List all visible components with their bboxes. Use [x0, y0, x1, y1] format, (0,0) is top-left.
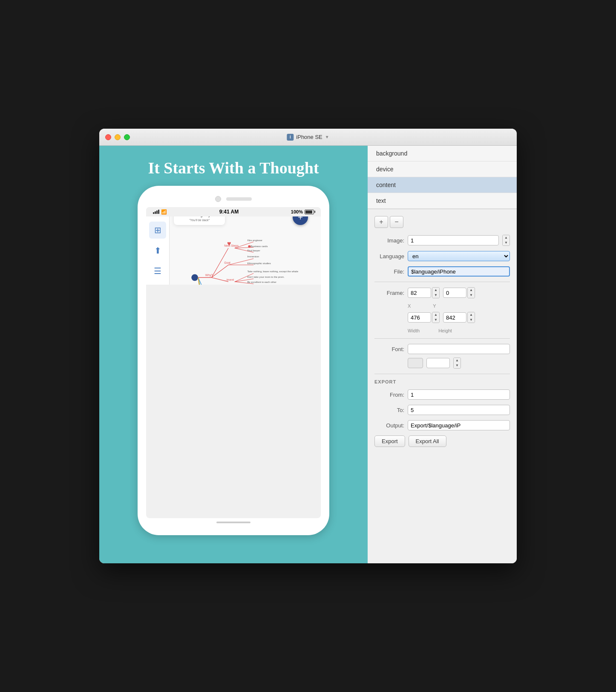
svg-line-66	[198, 277, 212, 285]
main-content: It Starts With a Thought	[99, 146, 517, 563]
to-label: To:	[374, 407, 404, 413]
close-button[interactable]	[105, 134, 111, 140]
from-row: From:	[374, 389, 510, 400]
font-size-input[interactable]	[426, 358, 450, 368]
image-decrement[interactable]: ▼	[503, 240, 509, 245]
file-input[interactable]	[408, 266, 510, 277]
font-color-box[interactable]	[408, 358, 423, 368]
image-stepper[interactable]: ▲ ▼	[502, 235, 510, 246]
phone-app: ⊞ ⬆ ☰	[146, 216, 321, 285]
font-size-decrement[interactable]: ▼	[454, 363, 461, 368]
image-increment[interactable]: ▲	[503, 235, 509, 240]
frame-row: Frame: ▲ ▼ ▲ ▼	[374, 287, 510, 298]
language-row: Language en fr de es	[374, 251, 510, 261]
frame-y-stepper[interactable]: ▲ ▼	[467, 287, 475, 298]
height-increment[interactable]: ▲	[468, 312, 475, 317]
output-label: Output:	[374, 422, 404, 429]
width-input[interactable]	[408, 312, 431, 323]
layer-item-content[interactable]: content	[368, 177, 517, 193]
size-row: ▲ ▼ ▲ ▼	[408, 312, 510, 323]
xy-labels-row: X Y	[408, 303, 510, 309]
sidebar-list-icon[interactable]: ☰	[149, 262, 166, 280]
card-title: Infinite Time – The time travel agency	[177, 216, 222, 218]
height-decrement[interactable]: ▼	[468, 317, 475, 323]
export-section-header: EXPORT	[374, 379, 510, 384]
svg-text:Business cards: Business cards	[250, 245, 268, 248]
height-input[interactable]	[443, 312, 466, 323]
signal-bars	[153, 210, 159, 214]
status-left: 📶	[153, 209, 167, 215]
svg-line-44	[198, 277, 212, 285]
width-increment[interactable]: ▲	[432, 312, 439, 317]
svg-text:Immersion: Immersion	[247, 255, 259, 258]
home-indicator	[216, 522, 250, 523]
wifi-icon: 📶	[161, 209, 167, 215]
traffic-lights	[99, 134, 130, 140]
svg-text:...tment: ...tment	[224, 278, 234, 281]
width-label: Width	[408, 328, 420, 333]
divider-2	[374, 338, 510, 339]
frame-x-increment[interactable]: ▲	[432, 288, 439, 293]
remove-layer-button[interactable]: −	[390, 216, 403, 228]
from-label: From:	[374, 392, 404, 398]
file-label: File:	[374, 268, 404, 275]
font-size-increment[interactable]: ▲	[454, 358, 461, 363]
file-row: File:	[374, 266, 510, 277]
output-input[interactable]	[408, 420, 510, 430]
height-stepper[interactable]: ▲ ▼	[467, 312, 475, 323]
add-layer-button[interactable]: +	[374, 216, 388, 228]
frame-y-increment[interactable]: ▲	[468, 288, 475, 293]
svg-text:Find lawyer: Find lawyer	[247, 249, 260, 252]
image-input[interactable]	[408, 235, 499, 245]
layer-list: background device content text	[368, 146, 517, 209]
language-select[interactable]: en fr de es	[408, 251, 510, 261]
font-input[interactable]	[408, 344, 510, 354]
zoom-button[interactable]	[124, 134, 130, 140]
mindmap-container: Why? Goal Immersion Ethnographic	[170, 216, 321, 285]
svg-text:Hire engineer: Hire engineer	[247, 239, 262, 242]
phone-sidebar: ⊞ ⬆ ☰	[146, 216, 170, 285]
chevron-down-icon[interactable]: ▼	[325, 135, 329, 139]
status-right: 100%	[291, 209, 314, 214]
frame-x-decrement[interactable]: ▼	[432, 293, 439, 298]
divider-3	[374, 374, 510, 374]
width-decrement[interactable]: ▼	[432, 317, 439, 323]
language-label: Language	[374, 253, 404, 260]
divider-1	[374, 282, 510, 282]
info-card: POLICE Infinite Time – The time travel a…	[174, 216, 225, 225]
export-all-button[interactable]: Export All	[409, 435, 446, 447]
svg-text:Goal: Goal	[224, 261, 230, 264]
frame-x-stepper[interactable]: ▲ ▼	[432, 287, 440, 298]
phone-screen: 📶 9:41 AM 100%	[146, 207, 321, 518]
layer-item-device[interactable]: device	[368, 161, 517, 177]
from-input[interactable]	[408, 389, 510, 400]
app-window: i iPhone SE ▼ It Starts With a Thought	[99, 129, 517, 563]
width-label-item: Width	[408, 328, 420, 333]
image-label: Image:	[374, 237, 404, 244]
status-time: 9:41 AM	[219, 209, 239, 215]
sidebar-grid-icon[interactable]: ⊞	[149, 222, 166, 239]
frame-y-decrement[interactable]: ▼	[468, 293, 475, 298]
phone-camera	[215, 196, 221, 202]
signal-bar-1	[153, 212, 154, 214]
svg-text:Don't take your mom to the pro: Don't take your mom to the prom.	[247, 276, 285, 278]
width-wrap: ▲ ▼	[408, 312, 440, 323]
width-stepper[interactable]: ▲ ▼	[432, 312, 440, 323]
add-float-button[interactable]: +	[293, 216, 308, 225]
to-row: To:	[374, 405, 510, 415]
x-label: X	[408, 303, 411, 309]
export-button[interactable]: Export	[374, 435, 405, 447]
frame-y-input[interactable]	[443, 288, 466, 298]
frame-x-input[interactable]	[408, 288, 431, 298]
minimize-button[interactable]	[115, 134, 121, 140]
sidebar-share-icon[interactable]: ⬆	[149, 242, 166, 259]
y-label-item: Y	[433, 303, 436, 309]
font-size-stepper[interactable]: ▲ ▼	[453, 358, 461, 369]
to-input[interactable]	[408, 405, 510, 415]
layer-item-background[interactable]: background	[368, 146, 517, 161]
toolbar-row: + −	[374, 216, 510, 228]
x-label-item: X	[408, 303, 411, 309]
layer-item-text[interactable]: text	[368, 193, 517, 209]
height-label-item: Height	[438, 328, 452, 333]
signal-bar-2	[155, 211, 156, 214]
